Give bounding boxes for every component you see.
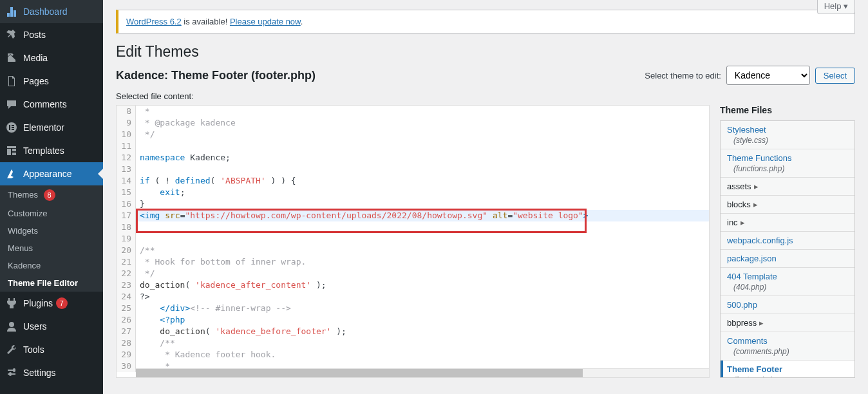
sidebar-item-dashboard[interactable]: Dashboard xyxy=(0,0,103,23)
submenu-item-kadence[interactable]: Kadence xyxy=(0,257,103,274)
code-content[interactable] xyxy=(136,221,709,233)
settings-icon xyxy=(5,366,18,379)
code-content[interactable]: * Hook for bottom of inner wrap. xyxy=(136,256,709,268)
theme-files-list[interactable]: Stylesheet(style.css)Theme Functions(fun… xyxy=(720,120,855,378)
theme-file-link[interactable]: package.json xyxy=(727,254,777,263)
sidebar-item-comments[interactable]: Comments xyxy=(0,93,103,116)
code-line[interactable]: 25 </div><!-- #inner-wrap --> xyxy=(117,303,709,314)
theme-file-filename: (footer.php) xyxy=(733,375,848,378)
code-line[interactable]: 15 exit; xyxy=(117,187,709,198)
code-content[interactable]: do_action( 'kadence_before_footer' ); xyxy=(136,326,709,337)
code-line[interactable]: 24?> xyxy=(117,291,709,303)
code-line[interactable]: 27 do_action( 'kadence_before_footer' ); xyxy=(117,326,709,337)
code-content[interactable]: if ( ! defined( 'ABSPATH' ) ) { xyxy=(136,175,709,187)
code-line[interactable]: 11 xyxy=(117,140,709,152)
submenu-item-menus[interactable]: Menus xyxy=(0,239,103,257)
theme-file-link[interactable]: Stylesheet xyxy=(727,125,766,135)
theme-file-assets[interactable]: assets▸ xyxy=(721,178,854,196)
code-line[interactable]: 19 xyxy=(117,233,709,245)
code-content[interactable]: <?php xyxy=(136,314,709,326)
theme-file-link[interactable]: webpack.config.js xyxy=(727,236,793,245)
code-content[interactable] xyxy=(136,164,709,175)
code-line[interactable]: 8 * xyxy=(117,106,709,117)
theme-file-theme-footer[interactable]: Theme Footer(footer.php) xyxy=(721,361,854,378)
code-content[interactable]: exit; xyxy=(136,187,709,198)
submenu-item-widgets[interactable]: Widgets xyxy=(0,222,103,239)
sidebar-item-pages[interactable]: Pages xyxy=(0,70,103,93)
code-content[interactable] xyxy=(136,233,709,245)
code-content[interactable]: namespace Kadence; xyxy=(136,152,709,164)
code-line[interactable]: 23do_action( 'kadence_after_content' ); xyxy=(117,279,709,291)
code-content[interactable]: ?> xyxy=(136,291,709,303)
code-content[interactable]: do_action( 'kadence_after_content' ); xyxy=(136,279,709,291)
code-line[interactable]: 22 */ xyxy=(117,268,709,279)
theme-file-link[interactable]: Theme Functions xyxy=(727,153,791,163)
sidebar-item-templates[interactable]: Templates xyxy=(0,139,103,162)
theme-file-theme-functions[interactable]: Theme Functions(functions.php) xyxy=(721,149,854,178)
plugins-icon xyxy=(5,297,18,310)
code-content[interactable]: </div><!-- #inner-wrap --> xyxy=(136,303,709,314)
code-line[interactable]: 13 xyxy=(117,164,709,175)
sidebar-item-settings[interactable]: Settings xyxy=(0,361,103,384)
code-content[interactable]: * Kadence footer hook. xyxy=(136,349,709,361)
submenu-item-themes[interactable]: Themes 8 xyxy=(0,185,103,205)
code-content[interactable] xyxy=(136,140,709,152)
sidebar-item-label: Elementor xyxy=(23,122,64,133)
theme-file-404-template[interactable]: 404 Template(404.php) xyxy=(721,268,854,296)
sidebar-item-label: Tools xyxy=(23,344,44,355)
code-content[interactable]: */ xyxy=(136,129,709,140)
code-line[interactable]: 10 */ xyxy=(117,129,709,140)
code-content[interactable]: /** xyxy=(136,337,709,349)
code-content[interactable]: */ xyxy=(136,268,709,279)
submenu-item-theme-file-editor[interactable]: Theme File Editor xyxy=(0,274,103,292)
theme-file-stylesheet[interactable]: Stylesheet(style.css) xyxy=(721,121,854,149)
sidebar-item-appearance[interactable]: Appearance xyxy=(0,162,103,185)
theme-file-link[interactable]: 404 Template xyxy=(727,272,777,281)
theme-file-filename: (comments.php) xyxy=(733,347,848,356)
code-editor[interactable]: 8 *9 * @package kadence10 */1112namespac… xyxy=(116,105,710,378)
wordpress-version-link[interactable]: WordPress 6.2 xyxy=(126,17,182,26)
code-line[interactable]: 12namespace Kadence; xyxy=(117,152,709,164)
code-line[interactable]: 28 /** xyxy=(117,337,709,349)
code-line[interactable]: 21 * Hook for bottom of inner wrap. xyxy=(117,256,709,268)
submenu-item-customize[interactable]: Customize xyxy=(0,205,103,222)
sidebar-item-tools[interactable]: Tools xyxy=(0,338,103,361)
code-content[interactable]: } xyxy=(136,198,709,210)
theme-file-blocks[interactable]: blocks▸ xyxy=(721,196,854,214)
code-line[interactable]: 16} xyxy=(117,198,709,210)
code-content[interactable]: /** xyxy=(136,245,709,256)
theme-file-link[interactable]: Comments xyxy=(727,336,768,346)
sidebar-item-posts[interactable]: Posts xyxy=(0,23,103,46)
theme-select[interactable]: Kadence xyxy=(726,66,810,85)
editor-horizontal-scrollbar[interactable] xyxy=(136,368,709,377)
comment-icon xyxy=(5,98,18,111)
theme-file-link[interactable]: Theme Footer xyxy=(727,364,782,374)
theme-file-comments[interactable]: Comments(comments.php) xyxy=(721,332,854,361)
theme-file-package-json[interactable]: package.json xyxy=(721,250,854,268)
code-line[interactable]: 9 * @package kadence xyxy=(117,117,709,129)
sidebar-item-elementor[interactable]: Elementor xyxy=(0,116,103,139)
code-line[interactable]: 18 xyxy=(117,221,709,233)
code-content[interactable]: * @package kadence xyxy=(136,117,709,129)
code-line[interactable]: 26 <?php xyxy=(117,314,709,326)
theme-file-500-php[interactable]: 500.php xyxy=(721,296,854,314)
update-now-link[interactable]: Please update now xyxy=(230,17,301,26)
sidebar-item-users[interactable]: Users xyxy=(0,315,103,338)
help-button[interactable]: Help ▾ xyxy=(817,0,855,14)
select-button[interactable]: Select xyxy=(815,68,855,84)
page-icon xyxy=(5,75,18,88)
theme-file-bbpress[interactable]: bbpress▸ xyxy=(721,314,854,332)
code-line[interactable]: 29 * Kadence footer hook. xyxy=(117,349,709,361)
code-content[interactable]: <img src="https://howtowp.com/wp-content… xyxy=(136,210,709,221)
code-line[interactable]: 14if ( ! defined( 'ABSPATH' ) ) { xyxy=(117,175,709,187)
theme-file-inc[interactable]: inc▸ xyxy=(721,214,854,232)
sidebar-item-plugins[interactable]: Plugins7 xyxy=(0,292,103,315)
scroll-thumb[interactable] xyxy=(136,369,583,377)
code-content[interactable]: * xyxy=(136,106,709,117)
sidebar-item-media[interactable]: Media xyxy=(0,46,103,70)
theme-file-link[interactable]: 500.php xyxy=(727,300,757,310)
code-line[interactable]: 20/** xyxy=(117,245,709,256)
code-line[interactable]: 17<img src="https://howtowp.com/wp-conte… xyxy=(117,210,709,221)
theme-file-webpack-config-js[interactable]: webpack.config.js xyxy=(721,232,854,250)
theme-folder-label: inc xyxy=(727,218,738,227)
